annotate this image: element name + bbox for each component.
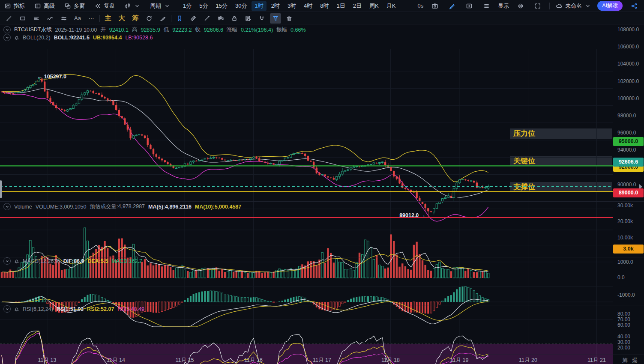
pattern-tool-icon[interactable] (215, 13, 226, 24)
divider (549, 3, 550, 9)
alert-bell-icon[interactable] (14, 307, 19, 312)
main-chart-toggle[interactable]: 主 (102, 13, 114, 24)
rectangle-icon[interactable] (17, 13, 28, 24)
bookmark-tool-icon[interactable] (174, 13, 185, 24)
top-toolbar: 指标 高级 多窗 复盘 周期 1分5分15分30分1时2时3时4时8时1日2日周… (0, 0, 644, 12)
volume-tick: 20.00k (617, 218, 633, 224)
timeframe-30分[interactable]: 30分 (232, 1, 250, 11)
vol-ma5-value: MA(5):4,896.2116 (148, 204, 192, 210)
menu-multi-window[interactable]: 多窗 (64, 2, 85, 10)
divider (171, 15, 171, 22)
timeframe-2时[interactable]: 2时 (268, 1, 283, 11)
rsi-header: RSI(6,12,24) RSI1:51.03 RSI2:52.07 RSI3:… (3, 305, 144, 313)
timeframe-月K[interactable]: 月K (383, 1, 399, 11)
order-note-tool-icon[interactable] (243, 13, 254, 24)
add-pane-button[interactable] (464, 1, 475, 11)
volume-tick: 30.00k (617, 203, 633, 209)
brush-tool-icon[interactable] (157, 13, 168, 24)
current-price-badge: 92606.6 (613, 158, 644, 167)
timeframe-2日[interactable]: 2日 (350, 1, 365, 11)
pen-tool-icon[interactable] (201, 13, 213, 24)
collapse-chevron-icon[interactable] (3, 26, 11, 33)
delete-tool-icon[interactable] (284, 13, 295, 24)
amplitude-label: 振幅 (276, 26, 287, 33)
price-tick: 102000.0 (617, 78, 639, 84)
trend-line-icon[interactable] (3, 13, 15, 24)
pane-separator[interactable] (0, 201, 644, 202)
bar-datetime: 2025-11-19 10:00 (55, 27, 97, 33)
alert-bell-icon[interactable] (14, 35, 19, 40)
alert-bell-icon[interactable] (14, 259, 19, 264)
time-tick: 11月 16 (244, 357, 263, 364)
display-menu[interactable]: 显示 (498, 2, 509, 10)
change-label: 涨幅 (227, 26, 237, 33)
dif-value: DIF:86.9 (63, 258, 84, 264)
chart-canvas[interactable]: 压力位关键位支撑位 ← 105297.089012.0 → (0, 24, 644, 364)
horizontal-lines-icon[interactable] (31, 13, 42, 24)
collapse-chevron-icon[interactable] (3, 257, 11, 265)
rsi3-value: RSI3:48.49 (117, 306, 144, 312)
more-tools[interactable]: ⋯ (86, 13, 97, 24)
timeframe-8时[interactable]: 8时 (317, 1, 332, 11)
boll-upper-value: UB:93954.4 (93, 35, 122, 41)
menu-replay-label: 复盘 (104, 2, 115, 10)
price-tick: 108000.0 (617, 27, 639, 33)
timeframe-4时[interactable]: 4时 (301, 1, 315, 11)
chevron-down-icon (164, 3, 171, 9)
price-tick: 90000.0 (617, 182, 636, 188)
menu-replay[interactable]: 复盘 (94, 2, 115, 10)
timeframe-5分[interactable]: 5分 (196, 1, 211, 11)
price-tick: 96000.0 (617, 130, 636, 136)
time-tick: 11月 13 (38, 357, 57, 364)
screenshot-button[interactable] (429, 1, 440, 11)
timeframe-1日[interactable]: 1日 (334, 1, 348, 11)
timeframe-1时[interactable]: 1时 (252, 1, 266, 11)
fullscreen-button[interactable] (532, 1, 543, 11)
ai-analysis-button[interactable]: AI解读 (597, 1, 623, 11)
left-scrollbar-thumb[interactable] (0, 180, 2, 198)
timeframe-周K[interactable]: 周K (366, 1, 382, 11)
time-tick: 11月 21 (587, 357, 606, 364)
boll-lower-value: LB:90528.6 (125, 35, 153, 41)
refresh-tool-icon[interactable] (144, 13, 155, 24)
workspace-dropdown[interactable]: 未命名 (556, 2, 591, 10)
filter-tool-icon[interactable] (270, 13, 281, 24)
measure-tool-icon[interactable] (188, 13, 199, 24)
text-tool[interactable]: Aa (72, 13, 83, 24)
layout-list-button[interactable] (481, 1, 492, 11)
volume-value: VOLUME:3,009.1050 (36, 204, 87, 210)
candle-style-dropdown[interactable] (124, 3, 141, 9)
menu-advanced[interactable]: 高级 (34, 2, 55, 10)
draw-mode-button[interactable] (446, 1, 458, 11)
large-view-toggle[interactable]: 大 (116, 13, 127, 24)
collapse-chevron-icon[interactable] (3, 34, 11, 41)
chart-line-icon (4, 3, 11, 9)
time-tick: 11月 15 (176, 357, 194, 364)
share-button[interactable] (629, 1, 640, 11)
timeframe-3时[interactable]: 3时 (285, 1, 299, 11)
countdown-timer: 0s (417, 3, 423, 9)
price-tick: 104000.0 (617, 61, 639, 67)
chevron-down-icon (134, 3, 141, 9)
collapse-chevron-icon[interactable] (3, 305, 11, 313)
vol-ma10-value: MA(10):5,000.4587 (195, 204, 241, 210)
timeframe-15分[interactable]: 15分 (213, 1, 230, 11)
collapse-chevron-icon[interactable] (3, 203, 11, 210)
period-dropdown[interactable]: 周期 (150, 2, 171, 10)
candles-icon (124, 3, 131, 9)
lock-tool-icon[interactable] (229, 13, 240, 24)
menu-indicators[interactable]: 指标 (4, 2, 25, 10)
wave-tool-icon[interactable] (45, 13, 56, 24)
timeframe-1分[interactable]: 1分 (180, 1, 195, 11)
adjust-lines-icon[interactable] (58, 13, 69, 24)
settings-button[interactable] (515, 1, 526, 11)
price-badge-resistance: 95000.0 (613, 137, 644, 146)
high-label: 高 (132, 26, 138, 33)
close-value: 92606.6 (204, 27, 223, 33)
change-value: 0.21%(196.4) (241, 27, 273, 33)
chevron-down-icon (5, 307, 9, 311)
chips-toggle[interactable]: 筹 (130, 13, 141, 24)
axis-corner-labels[interactable]: 筹爆 (622, 357, 642, 364)
magnet-tool-icon[interactable] (256, 13, 267, 24)
time-tick: 11月 20 (519, 357, 537, 364)
